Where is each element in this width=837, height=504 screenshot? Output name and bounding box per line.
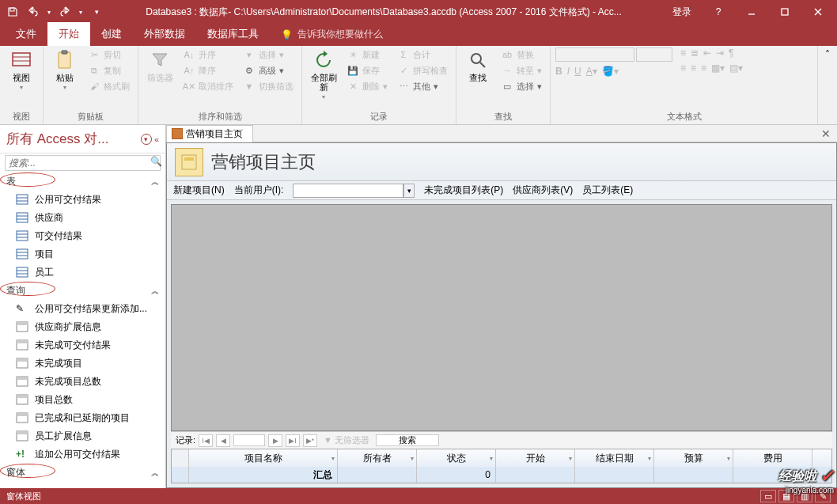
staff-list-link[interactable]: 员工列表(E)	[582, 184, 633, 197]
advanced-button[interactable]: ⚙高级 ▾	[240, 63, 297, 78]
new-record-button[interactable]: ✳新建	[343, 47, 391, 62]
close-button[interactable]	[802, 0, 834, 24]
column-header[interactable]: 预算▾	[654, 449, 733, 467]
cell[interactable]	[654, 467, 733, 483]
selection-button[interactable]: ▾选择 ▾	[240, 47, 297, 62]
delete-record-button[interactable]: ✕删除 ▾	[343, 79, 391, 93]
chevron-down-icon[interactable]: ▾	[411, 455, 414, 462]
search-input[interactable]	[5, 155, 161, 171]
refresh-all-button[interactable]: 全部刷新 ▾	[307, 47, 340, 102]
align-center-icon[interactable]: ≡	[691, 63, 696, 74]
column-header[interactable]: 结束日期▾	[575, 449, 654, 467]
row-selector-header[interactable]	[172, 449, 189, 467]
nav-group-queries[interactable]: 查询︽	[3, 282, 162, 300]
qat-customize-icon[interactable]: ▾	[87, 2, 106, 21]
first-record-button[interactable]: I◀	[199, 434, 213, 447]
bold-icon[interactable]: B	[555, 66, 562, 77]
nav-item-query[interactable]: 项目总数	[3, 391, 162, 409]
align-right-icon[interactable]: ≡	[701, 63, 706, 74]
numbering-icon[interactable]: ≣	[691, 47, 699, 59]
copy-button[interactable]: ⧉复制	[85, 63, 133, 78]
bullets-icon[interactable]: ≡	[680, 47, 686, 59]
column-header[interactable]: 项目名称▾	[189, 449, 338, 467]
nav-group-tables[interactable]: 表︽	[3, 172, 162, 191]
cell[interactable]: 0	[417, 467, 496, 483]
nav-item-query[interactable]: 员工扩展信息	[3, 427, 162, 445]
nav-item-query[interactable]: 未完成可交付结果	[3, 336, 162, 354]
login-link[interactable]: 登录	[661, 6, 703, 19]
prev-record-button[interactable]: ◀	[216, 434, 230, 447]
tab-external-data[interactable]: 外部数据	[133, 22, 196, 46]
column-header[interactable]: 开始▾	[496, 449, 575, 467]
goto-button[interactable]: →转至 ▾	[498, 63, 545, 78]
current-user-input[interactable]	[293, 184, 403, 198]
doc-tab[interactable]: 营销项目主页	[166, 125, 253, 142]
nav-item-query[interactable]: 已完成和已延期的项目	[3, 409, 162, 427]
maximize-button[interactable]	[769, 0, 801, 24]
nav-pane-header[interactable]: 所有 Access 对... ▾ «	[0, 125, 165, 153]
vendor-list-link[interactable]: 供应商列表(V)	[513, 184, 573, 197]
tab-home[interactable]: 开始	[47, 22, 90, 46]
redo-drop-icon[interactable]: ▾	[76, 2, 85, 21]
record-position-input[interactable]	[233, 434, 265, 446]
save-icon[interactable]	[3, 2, 22, 21]
font-color-icon[interactable]: A▾	[586, 66, 597, 77]
ribbon-collapse-icon[interactable]: ˄	[818, 46, 837, 124]
next-record-button[interactable]: ▶	[268, 434, 282, 447]
replace-button[interactable]: ab替换	[498, 47, 545, 62]
totals-button[interactable]: Σ合计	[394, 47, 451, 62]
new-project-link[interactable]: 新建项目(N)	[173, 184, 225, 197]
italic-icon[interactable]: I	[567, 66, 570, 77]
underline-icon[interactable]: U	[574, 66, 581, 77]
column-header[interactable]: 所有者▾	[338, 449, 417, 467]
chevron-down-icon[interactable]: ▾	[331, 455, 335, 462]
nav-item-table[interactable]: 项目	[3, 245, 162, 263]
collapse-pane-icon[interactable]: «	[154, 135, 159, 144]
cut-button[interactable]: ✂剪切	[85, 47, 133, 62]
column-header[interactable]: 费用	[733, 449, 812, 467]
nav-item-query[interactable]: 供应商扩展信息	[3, 318, 162, 336]
toggle-filter-button[interactable]: ▼切换筛选	[240, 79, 297, 93]
nav-item-table[interactable]: 供应商	[3, 209, 162, 227]
cell[interactable]	[338, 467, 417, 483]
tell-me[interactable]: 💡 告诉我你想要做什么	[270, 23, 394, 46]
row-selector[interactable]	[172, 467, 189, 483]
record-search-input[interactable]	[376, 434, 439, 446]
nav-item-table[interactable]: 员工	[3, 263, 162, 282]
nav-item-query[interactable]: 未完成项目总数	[3, 373, 162, 391]
chevron-down-icon[interactable]: ▾	[141, 134, 152, 145]
chevron-down-icon[interactable]: ▾	[648, 455, 651, 462]
paste-button[interactable]: 粘贴 ▾	[48, 47, 81, 93]
format-painter-button[interactable]: 🖌格式刷	[85, 79, 133, 93]
redo-icon[interactable]	[55, 2, 74, 21]
remove-sort-button[interactable]: A✕取消排序	[180, 79, 237, 93]
fill-color-icon[interactable]: 🪣▾	[602, 66, 619, 77]
nav-group-forms[interactable]: 窗体︽	[3, 464, 162, 482]
cell[interactable]	[575, 467, 654, 483]
nav-item-query[interactable]: +!追加公用可交付结果	[3, 445, 162, 464]
align-left-icon[interactable]: ≡	[680, 63, 686, 74]
unfinished-list-link[interactable]: 未完成项目列表(P)	[424, 184, 503, 197]
sort-asc-button[interactable]: A↓升序	[180, 47, 237, 62]
close-doc-icon[interactable]: ✕	[815, 127, 837, 140]
column-header[interactable]: 状态▾	[417, 449, 496, 467]
form-view-button[interactable]: ▭	[760, 490, 776, 502]
undo-drop-icon[interactable]: ▾	[44, 2, 54, 21]
nav-item-table[interactable]: 可交付结果	[3, 227, 162, 245]
tab-file[interactable]: 文件	[5, 22, 47, 46]
save-record-button[interactable]: 💾保存	[343, 63, 391, 78]
ltr-icon[interactable]: ¶	[729, 47, 733, 59]
cell[interactable]	[496, 467, 575, 483]
help-button[interactable]: ?	[703, 0, 734, 24]
indent-inc-icon[interactable]: ⇥	[716, 47, 724, 59]
view-button[interactable]: 视图 ▾	[5, 47, 38, 93]
cell[interactable]: 汇总	[189, 467, 338, 483]
chevron-down-icon[interactable]: ▾	[490, 455, 493, 462]
find-button[interactable]: 查找	[461, 47, 494, 84]
select-button[interactable]: ▭选择 ▾	[498, 79, 545, 93]
nav-item-query[interactable]: ✎公用可交付结果更新添加...	[3, 300, 162, 318]
more-button[interactable]: ⋯其他 ▾	[394, 79, 451, 93]
undo-icon[interactable]	[24, 2, 43, 21]
dropdown-icon[interactable]: ▾	[403, 184, 415, 198]
indent-dec-icon[interactable]: ⇤	[703, 47, 711, 59]
